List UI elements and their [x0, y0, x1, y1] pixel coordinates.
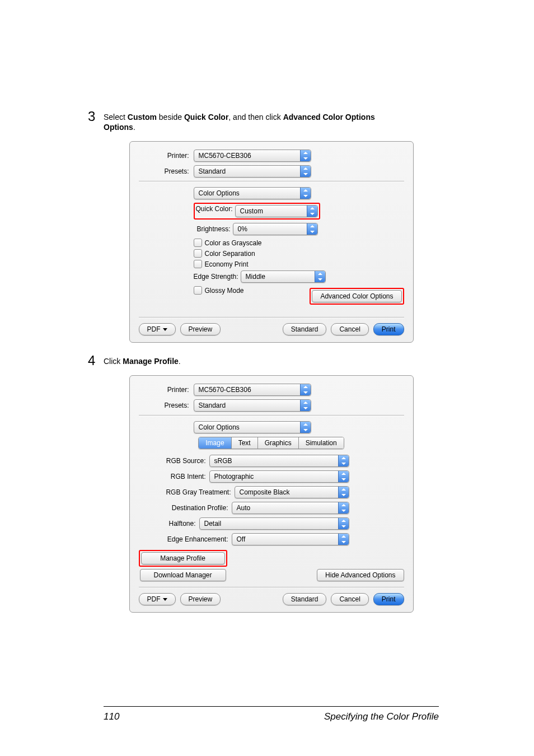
section-select[interactable]: Color Options — [194, 187, 311, 199]
color-options-group: Quick Color: Custom Brightness: 0% Color… — [194, 203, 404, 305]
printer-label: Printer: — [139, 386, 194, 394]
preview-button[interactable]: Preview — [180, 593, 221, 605]
hide-advanced-button[interactable]: Hide Advanced Options — [317, 569, 404, 581]
edge-label: Edge Strength: — [194, 273, 238, 281]
print-label: Print — [382, 595, 396, 603]
updown-icon — [338, 471, 349, 482]
updown-icon — [307, 223, 317, 235]
footer-left: PDF Preview — [139, 593, 221, 605]
page-number: 110 — [104, 711, 119, 722]
step-4-number: 4 — [88, 353, 95, 368]
cb-grayscale[interactable]: Color as Grayscale — [194, 239, 404, 247]
updown-icon — [338, 534, 349, 545]
brightness-row: Brightness: 0% — [194, 223, 404, 235]
edge-row: Edge Strength: Middle — [194, 270, 404, 283]
quick-color-select[interactable]: Custom — [235, 205, 318, 217]
advanced-color-options-button[interactable]: Advanced Color Options — [312, 290, 401, 302]
section-select-text: Color Options — [199, 189, 296, 197]
edge-text: Middle — [246, 273, 310, 281]
highlight-advanced: Advanced Color Options — [310, 288, 404, 305]
presets-label: Presets: — [139, 167, 194, 175]
tabs: Image Text Graphics Simulation — [198, 437, 344, 449]
print-dialog-2: Printer: MC5670-CEB306 Presets: Standard… — [129, 375, 414, 613]
dest-select[interactable]: Auto — [232, 502, 349, 514]
download-manager-button[interactable]: Download Manager — [140, 569, 226, 581]
edge-enh-row: Edge Enhancement: Off — [161, 533, 404, 545]
cb-separation[interactable]: Color Separation — [194, 249, 404, 258]
rgb-source-label: RGB Source: — [161, 457, 209, 465]
presets-row: Presets: Standard — [139, 165, 404, 178]
divider — [139, 587, 404, 587]
cancel-label: Cancel — [339, 325, 360, 333]
step-4-text: Click Manage Profile. — [104, 356, 439, 366]
tab-image-label: Image — [205, 439, 224, 447]
step-3-number: 3 — [88, 109, 95, 124]
dest-label: Destination Profile: — [161, 504, 232, 512]
updown-icon — [300, 384, 311, 395]
halftone-select[interactable]: Detail — [199, 517, 349, 530]
print-dialog-1: Printer: MC5670-CEB306 Presets: Standard… — [129, 141, 414, 343]
step-4-b1: Manage Profile — [123, 357, 179, 366]
step-3-b3: Advanced Color Options — [283, 113, 375, 122]
manage-profile-button[interactable]: Manage Profile — [141, 552, 225, 564]
section-select[interactable]: Color Options — [194, 421, 311, 433]
print-button[interactable]: Print — [373, 323, 404, 335]
dialog2-footer: PDF Preview Standard Cancel Print — [139, 593, 404, 605]
quick-color-label: Quick Color: — [196, 205, 233, 217]
step-3-b1: Custom — [128, 113, 157, 122]
step-3: 3 Select Custom beside Quick Color, and … — [104, 112, 439, 132]
brightness-select[interactable]: 0% — [233, 223, 318, 235]
rgb-source-text: sRGB — [214, 457, 334, 465]
quick-color-row: Quick Color: Custom — [194, 203, 404, 220]
tab-text[interactable]: Text — [232, 437, 258, 449]
step-3-b2: Quick Color — [184, 113, 228, 122]
cancel-button[interactable]: Cancel — [331, 593, 368, 605]
step-3-t2: beside — [157, 113, 184, 122]
rgb-intent-text: Photographic — [214, 473, 334, 480]
preview-button[interactable]: Preview — [180, 323, 221, 335]
footer-right: Standard Cancel Print — [283, 323, 404, 335]
presets-select[interactable]: Standard — [194, 399, 311, 412]
edge-select[interactable]: Middle — [241, 270, 326, 283]
divider — [139, 181, 404, 181]
profile-buttons-left: Manage Profile Download Manager — [139, 550, 227, 581]
presets-select[interactable]: Standard — [194, 165, 311, 178]
profile-buttons-row: Manage Profile Download Manager Hide Adv… — [139, 550, 404, 581]
download-manager-label: Download Manager — [153, 571, 212, 579]
cancel-button[interactable]: Cancel — [331, 323, 368, 335]
divider — [139, 317, 404, 318]
step-3-t4: . — [133, 123, 135, 132]
standard-button[interactable]: Standard — [283, 323, 327, 335]
tab-image[interactable]: Image — [199, 437, 231, 449]
updown-icon — [338, 502, 349, 514]
presets-row: Presets: Standard — [139, 399, 404, 412]
checkbox-icon — [194, 260, 202, 268]
print-button[interactable]: Print — [373, 593, 404, 605]
updown-icon — [300, 422, 311, 433]
divider — [139, 415, 404, 416]
tab-simulation[interactable]: Simulation — [299, 437, 344, 449]
printer-select[interactable]: MC5670-CEB306 — [194, 150, 311, 162]
edge-enh-select[interactable]: Off — [232, 533, 349, 545]
updown-icon — [338, 518, 349, 529]
quick-color-text: Custom — [240, 207, 302, 215]
page-footer: 110 Specifying the Color Profile — [104, 706, 439, 722]
printer-select[interactable]: MC5670-CEB306 — [194, 384, 311, 396]
updown-icon — [300, 166, 311, 177]
pdf-dropdown[interactable]: PDF — [139, 323, 176, 335]
tab-graphics[interactable]: Graphics — [258, 437, 299, 449]
section-title: Specifying the Color Profile — [324, 711, 439, 722]
rgb-intent-row: RGB Intent: Photographic — [161, 470, 404, 483]
updown-icon — [300, 400, 311, 411]
cb-economy[interactable]: Economy Print — [194, 260, 404, 268]
cb-grayscale-label: Color as Grayscale — [205, 239, 262, 247]
standard-button[interactable]: Standard — [283, 593, 327, 605]
rgb-gray-select[interactable]: Composite Black — [235, 486, 349, 498]
rgb-intent-select[interactable]: Photographic — [209, 470, 349, 483]
cb-glossy-label: Glossy Mode — [205, 287, 244, 295]
rgb-source-select[interactable]: sRGB — [209, 455, 349, 467]
pdf-dropdown[interactable]: PDF — [139, 593, 176, 605]
step-3-text: Select Custom beside Quick Color, and th… — [104, 112, 439, 132]
updown-icon — [300, 188, 311, 199]
standard-label: Standard — [291, 595, 318, 603]
